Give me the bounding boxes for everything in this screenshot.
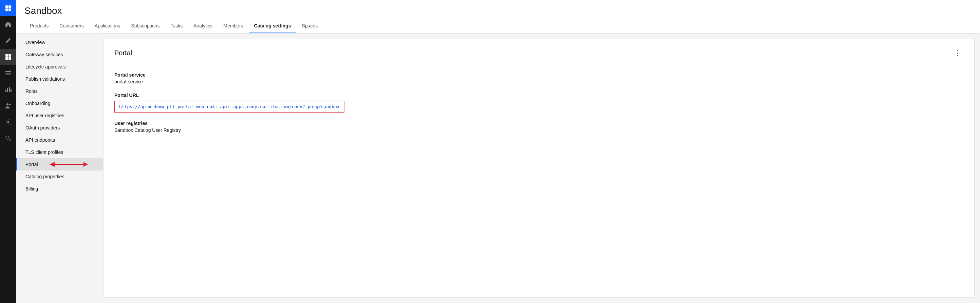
svg-point-18 (6, 136, 9, 139)
tab-members[interactable]: Members (218, 19, 248, 33)
sidebar-logo[interactable] (0, 0, 16, 16)
svg-rect-0 (5, 5, 8, 8)
tab-catalog-settings[interactable]: Catalog settings (249, 19, 297, 33)
nav-item-billing[interactable]: Billing (16, 183, 103, 195)
svg-rect-1 (8, 5, 11, 8)
svg-point-17 (8, 121, 9, 123)
svg-point-15 (6, 103, 8, 105)
tab-tasks[interactable]: Tasks (165, 19, 188, 33)
portal-url-label: Portal URL (115, 92, 963, 98)
nav-item-overview[interactable]: Overview (16, 36, 103, 48)
tab-spaces[interactable]: Spaces (296, 19, 323, 33)
header: Sandbox Products Consumers Applications … (16, 0, 980, 33)
home-icon[interactable] (0, 16, 16, 33)
svg-rect-6 (5, 57, 8, 60)
tab-products[interactable]: Products (24, 19, 54, 33)
svg-rect-8 (5, 71, 11, 72)
svg-line-19 (9, 139, 11, 141)
panel-menu-button[interactable]: ⋮ (951, 48, 963, 58)
nav-item-gateway-services[interactable]: Gateway services (16, 48, 103, 61)
portal-service-label: Portal service (115, 72, 963, 78)
svg-rect-7 (8, 57, 11, 60)
svg-rect-5 (8, 54, 11, 57)
main-panel: Portal ⋮ Portal service portal-service P… (103, 39, 975, 298)
svg-rect-2 (5, 8, 8, 11)
list-icon[interactable] (0, 65, 16, 81)
tab-analytics[interactable]: Analytics (188, 19, 218, 33)
tab-applications[interactable]: Applications (89, 19, 126, 33)
svg-rect-4 (5, 54, 8, 57)
svg-rect-9 (5, 73, 11, 73)
nav-tabs: Products Consumers Applications Subscrip… (24, 19, 972, 33)
panel-content: Portal service portal-service Portal URL… (103, 64, 974, 149)
portal-url-value[interactable]: https://apim-demo-ptl-portal-web-cp4i-ap… (115, 101, 344, 113)
svg-rect-3 (8, 8, 11, 11)
user-registries-group: User registries Sandbox Catalog User Reg… (115, 121, 963, 133)
edit-icon[interactable] (0, 33, 16, 49)
svg-point-16 (9, 104, 11, 105)
portal-service-value: portal-service (115, 79, 963, 84)
svg-rect-10 (5, 75, 11, 75)
svg-marker-21 (49, 162, 55, 167)
svg-rect-14 (11, 89, 11, 92)
svg-rect-11 (5, 89, 6, 92)
tab-subscriptions[interactable]: Subscriptions (126, 19, 165, 33)
nav-item-oauth-providers[interactable]: OAuth providers (16, 122, 103, 134)
nav-item-roles[interactable]: Roles (16, 85, 103, 97)
panel-title: Portal (115, 49, 132, 57)
tab-consumers[interactable]: Consumers (54, 19, 89, 33)
left-nav: Overview Gateway services Lifecycle appr… (16, 33, 103, 303)
nav-item-onboarding[interactable]: Onboarding (16, 97, 103, 109)
nav-item-lifecycle-approvals[interactable]: Lifecycle approvals (16, 61, 103, 73)
settings-icon[interactable] (0, 114, 16, 130)
nav-item-api-endpoints[interactable]: API endpoints (16, 134, 103, 146)
user-registries-value: Sandbox Catalog User Registry (115, 127, 963, 133)
main-area: Sandbox Products Consumers Applications … (16, 0, 980, 303)
sidebar (0, 0, 16, 303)
nav-item-catalog-properties[interactable]: Catalog properties (16, 170, 103, 183)
grid-icon[interactable] (0, 49, 16, 65)
page-title: Sandbox (24, 0, 972, 19)
nav-item-api-user-registries[interactable]: API user registries (16, 109, 103, 122)
portal-service-group: Portal service portal-service (115, 72, 963, 84)
panel-header: Portal ⋮ (103, 39, 974, 64)
nav-item-portal[interactable]: Portal (16, 158, 103, 170)
nav-item-publish-validations[interactable]: Publish validations (16, 73, 103, 85)
svg-marker-22 (83, 162, 88, 167)
people-icon[interactable] (0, 98, 16, 114)
user-registries-label: User registries (115, 121, 963, 126)
content-area: Overview Gateway services Lifecycle appr… (16, 33, 980, 303)
search-icon[interactable] (0, 130, 16, 146)
svg-rect-12 (7, 88, 8, 92)
portal-url-group: Portal URL https://apim-demo-ptl-portal-… (115, 92, 963, 113)
chart-icon[interactable] (0, 81, 16, 98)
nav-item-tls-client-profiles[interactable]: TLS client profiles (16, 146, 103, 158)
svg-rect-13 (9, 87, 10, 92)
